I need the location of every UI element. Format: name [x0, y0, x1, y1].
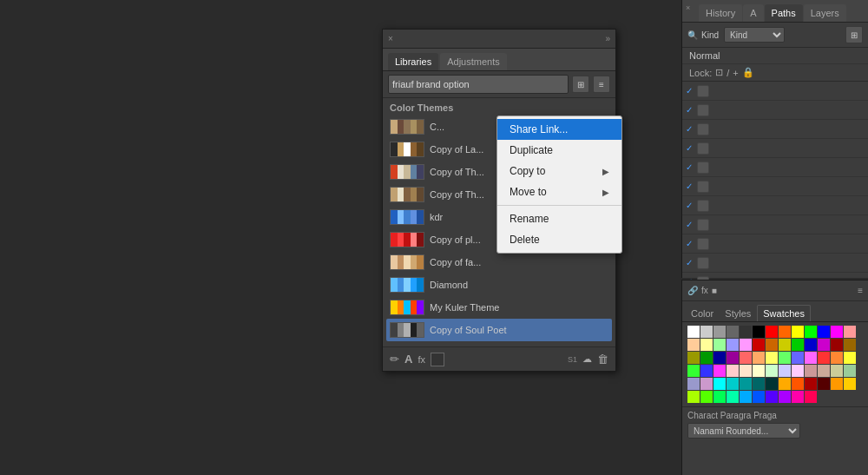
layer-row[interactable]: ✓ [682, 82, 868, 101]
swatch-cell[interactable] [727, 352, 739, 364]
tab-libraries[interactable]: Libraries [388, 53, 438, 70]
swatch-cell[interactable] [766, 391, 778, 403]
swatch-cell[interactable] [831, 326, 843, 338]
swatch-cell[interactable] [740, 391, 752, 403]
tab-history[interactable]: History [699, 4, 742, 22]
type-icon[interactable]: A [404, 353, 412, 366]
swatch-cell[interactable] [831, 378, 843, 390]
layer-row[interactable]: ✓ [682, 254, 868, 273]
swatch-cell[interactable] [700, 352, 713, 364]
layer-eye-icon[interactable] [697, 162, 709, 174]
layer-row[interactable]: ✓ [682, 196, 868, 215]
swatch-cell[interactable] [753, 339, 765, 351]
swatch-cell[interactable] [779, 378, 791, 390]
swatch-cell[interactable] [844, 352, 856, 364]
tab-paths[interactable]: Paths [765, 4, 803, 22]
library-dropdown[interactable]: friauf brand option [388, 75, 569, 94]
layer-eye-icon[interactable] [697, 219, 709, 231]
layer-eye-icon[interactable] [697, 257, 709, 269]
color-item[interactable]: My Kuler Theme [386, 296, 612, 319]
swatch-cell[interactable] [713, 365, 726, 377]
swatch-cell[interactable] [766, 339, 778, 351]
swatch-cell[interactable] [740, 326, 752, 338]
swatch-cell[interactable] [779, 352, 791, 364]
color-item[interactable]: Copy of fa... [386, 251, 612, 274]
layer-row[interactable]: ✓ [682, 158, 868, 177]
swatch-cell[interactable] [779, 365, 791, 377]
swatch-cell[interactable] [844, 326, 856, 338]
swatch-cell[interactable] [753, 365, 765, 377]
swatch-cell[interactable] [818, 378, 830, 390]
swatch-cell[interactable] [740, 365, 752, 377]
swatch-cell[interactable] [805, 365, 817, 377]
swatch-cell[interactable] [687, 391, 700, 403]
swatch-cell[interactable] [844, 365, 856, 377]
grid-view-button[interactable]: ⊞ [572, 76, 589, 93]
swatch-cell[interactable] [831, 339, 843, 351]
swatch-cell[interactable] [818, 339, 830, 351]
menu-icon[interactable]: ≡ [858, 286, 863, 295]
swatch-cell[interactable] [740, 352, 752, 364]
lock-position-icon[interactable]: + [733, 68, 738, 78]
swatch-cell[interactable] [766, 365, 778, 377]
layer-row[interactable]: ✓ [682, 139, 868, 158]
tab-adjustments[interactable]: Adjustments [440, 53, 507, 70]
layer-eye-icon[interactable] [697, 123, 709, 135]
context-menu-item-copy-to[interactable]: Copy to▶ [497, 161, 621, 181]
swatch-cell[interactable] [844, 339, 856, 351]
lock-all-icon[interactable]: 🔒 [742, 67, 754, 78]
swatch-cell[interactable] [805, 352, 817, 364]
font-select[interactable]: Nanami Rounded... [687, 423, 800, 439]
swatch-cell[interactable] [727, 326, 739, 338]
swatch-cell[interactable] [740, 378, 752, 390]
lock-brush-icon[interactable]: / [727, 68, 729, 78]
swatch-cell[interactable] [805, 378, 817, 390]
swatch-cell[interactable] [700, 365, 713, 377]
layer-eye-icon[interactable] [697, 181, 709, 193]
swatch-cell[interactable] [687, 339, 700, 351]
swatch-cell[interactable] [753, 391, 765, 403]
swatch-cell[interactable] [687, 352, 700, 364]
close-icon[interactable]: × [388, 34, 393, 43]
swatch-cell[interactable] [727, 365, 739, 377]
link-icon[interactable]: 🔗 [687, 286, 698, 295]
swatch-cell[interactable] [766, 378, 778, 390]
swatch-cell[interactable] [818, 365, 830, 377]
layer-eye-icon[interactable] [697, 104, 709, 116]
layer-row[interactable]: ✓ [682, 177, 868, 196]
layer-eye-icon[interactable] [697, 85, 709, 97]
swatch-cell[interactable] [792, 391, 804, 403]
list-view-button[interactable]: ≡ [593, 76, 610, 93]
layer-eye-icon[interactable] [697, 200, 709, 212]
tab-a[interactable]: A [743, 4, 763, 22]
cloud-icon[interactable]: ☁ [582, 353, 592, 365]
swatch-cell[interactable] [818, 352, 830, 364]
kind-select[interactable]: Kind [724, 27, 785, 43]
swatch-cell[interactable] [779, 326, 791, 338]
context-menu-item-delete[interactable]: Delete [497, 229, 621, 250]
swatch-cell[interactable] [713, 352, 726, 364]
lock-pixels-icon[interactable]: ⊡ [715, 67, 723, 78]
swatch-cell[interactable] [727, 339, 739, 351]
swatch-cell[interactable] [740, 339, 752, 351]
edit-icon[interactable]: ✏ [390, 353, 399, 366]
tab-layers[interactable]: Layers [804, 4, 846, 22]
swatch-cell[interactable] [700, 326, 713, 338]
trash-icon[interactable]: 🗑 [597, 353, 608, 366]
swatch-cell[interactable] [700, 391, 713, 403]
context-menu-item-duplicate[interactable]: Duplicate [497, 140, 621, 161]
layer-row[interactable]: ✓ [682, 234, 868, 254]
layer-options-button[interactable]: ⊞ [845, 26, 863, 43]
swatch-cell[interactable] [766, 352, 778, 364]
context-menu-item-rename[interactable]: Rename [497, 208, 621, 229]
swatch-cell[interactable] [792, 352, 804, 364]
swatch-cell[interactable] [792, 365, 804, 377]
fx-bottom-icon[interactable]: fx [701, 286, 708, 295]
layer-eye-icon[interactable] [697, 142, 709, 155]
swatch-cell[interactable] [700, 378, 713, 390]
layer-row[interactable]: ✓ [682, 215, 868, 234]
swatch-cell[interactable] [713, 378, 726, 390]
swatch-cell[interactable] [805, 326, 817, 338]
sync-icon[interactable]: S1 [568, 355, 577, 364]
color-item[interactable]: Copy of Soul Poet [386, 319, 612, 341]
